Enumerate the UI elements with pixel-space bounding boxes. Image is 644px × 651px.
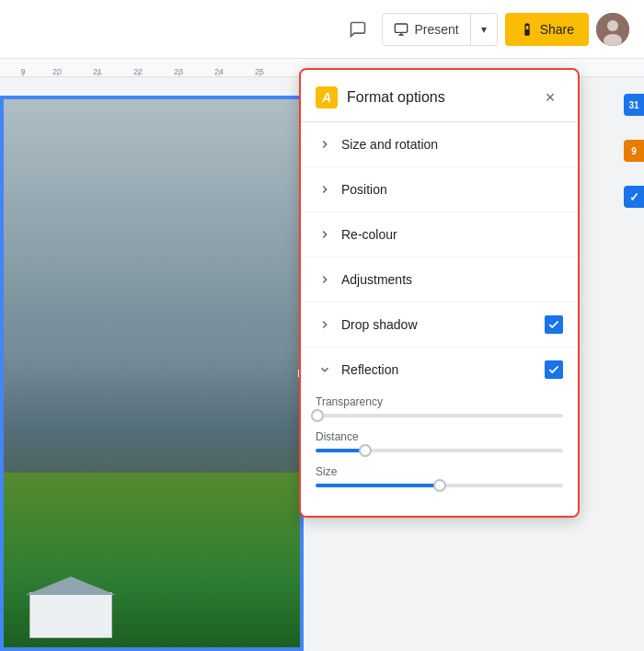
svg-rect-0 bbox=[396, 24, 408, 32]
house bbox=[29, 592, 112, 638]
badge-check-label: ✓ bbox=[629, 190, 639, 204]
share-label: Share bbox=[540, 22, 574, 37]
chevron-down-icon bbox=[316, 360, 334, 379]
adjustments-label: Adjustments bbox=[341, 272, 563, 287]
size-rotation-label: Size and rotation bbox=[341, 137, 563, 152]
avatar-image bbox=[596, 13, 629, 46]
reflection-checkbox[interactable] bbox=[545, 360, 563, 379]
slide-canvas[interactable] bbox=[0, 96, 304, 651]
panel-close-button[interactable]: × bbox=[537, 85, 563, 110]
transparency-slider-track bbox=[316, 414, 563, 417]
size-slider-track bbox=[316, 484, 563, 487]
present-button[interactable]: Present bbox=[383, 14, 469, 45]
size-slider-fill bbox=[316, 484, 440, 487]
selection-border-top bbox=[2, 97, 302, 99]
ruler-mark-22: 22 bbox=[118, 67, 158, 76]
chevron-right-icon-3 bbox=[316, 225, 334, 244]
recolour-label: Re-colour bbox=[341, 227, 563, 242]
svg-rect-3 bbox=[524, 29, 529, 35]
section-recolour[interactable]: Re-colour bbox=[301, 212, 578, 257]
ruler-mark-23: 23 bbox=[158, 67, 199, 76]
toolbar: Present ▾ Share bbox=[0, 0, 644, 59]
format-options-panel: A Format options × Size and rotation bbox=[299, 68, 580, 518]
distance-label: Distance bbox=[316, 430, 563, 443]
badge-31-label: 31 bbox=[628, 100, 638, 110]
panel-header: A Format options × bbox=[301, 70, 578, 122]
chevron-right-icon bbox=[316, 135, 334, 154]
badge-number-31[interactable]: 31 bbox=[624, 94, 644, 116]
badge-check[interactable]: ✓ bbox=[624, 186, 644, 208]
chevron-right-icon-2 bbox=[316, 180, 334, 199]
share-button[interactable]: Share bbox=[505, 13, 589, 46]
panel-title: Format options bbox=[347, 89, 528, 106]
badge-9-label: 9 bbox=[631, 146, 637, 156]
distance-control: Distance bbox=[316, 430, 563, 452]
ruler-mark-25: 25 bbox=[239, 67, 280, 76]
reflection-header[interactable]: Reflection bbox=[301, 348, 578, 392]
svg-point-6 bbox=[607, 20, 618, 31]
drop-shadow-label: Drop shadow bbox=[341, 317, 545, 332]
ruler-mark-24: 24 bbox=[199, 67, 239, 76]
present-dropdown-button[interactable]: ▾ bbox=[471, 14, 497, 45]
present-group: Present ▾ bbox=[382, 13, 497, 46]
size-label: Size bbox=[316, 465, 563, 478]
position-label: Position bbox=[341, 182, 563, 197]
ruler-mark-20: 20 bbox=[37, 67, 77, 76]
transparency-slider-thumb[interactable] bbox=[311, 409, 324, 422]
section-reflection: Reflection Transparency bbox=[301, 348, 578, 516]
close-icon: × bbox=[546, 88, 556, 108]
selection-border-left bbox=[2, 97, 4, 649]
chevron-right-icon-4 bbox=[316, 270, 334, 289]
svg-rect-4 bbox=[525, 26, 528, 29]
section-drop-shadow[interactable]: Drop shadow bbox=[301, 303, 578, 348]
chevron-right-icon-5 bbox=[316, 315, 334, 334]
panel-icon-label: A bbox=[322, 90, 331, 105]
ruler-mark-9: 9 bbox=[9, 67, 37, 76]
badge-number-9[interactable]: 9 bbox=[624, 140, 644, 162]
transparency-label: Transparency bbox=[316, 395, 563, 408]
dropdown-icon: ▾ bbox=[481, 23, 487, 36]
main-area: 9 20 21 22 23 24 25 bbox=[0, 59, 644, 651]
distance-slider-thumb[interactable] bbox=[359, 444, 372, 457]
reflection-label: Reflection bbox=[341, 362, 545, 377]
panel-icon: A bbox=[316, 86, 338, 108]
reflection-controls: Transparency Distance Size bbox=[301, 392, 578, 515]
ruler-mark-21: 21 bbox=[77, 67, 118, 76]
size-slider-thumb[interactable] bbox=[433, 479, 446, 492]
present-label: Present bbox=[414, 22, 458, 37]
transparency-control: Transparency bbox=[316, 395, 563, 417]
section-adjustments[interactable]: Adjustments bbox=[301, 257, 578, 303]
ruler-marks: 9 20 21 22 23 24 25 bbox=[0, 59, 280, 76]
size-control: Size bbox=[316, 465, 563, 487]
section-position[interactable]: Position bbox=[301, 167, 578, 212]
distance-slider-fill bbox=[316, 449, 365, 452]
section-size-rotation[interactable]: Size and rotation bbox=[301, 122, 578, 167]
drop-shadow-checkbox[interactable] bbox=[545, 315, 563, 334]
selection-border-bottom bbox=[2, 647, 302, 649]
distance-slider-track bbox=[316, 449, 563, 452]
avatar[interactable] bbox=[596, 13, 629, 46]
comment-button[interactable] bbox=[341, 13, 374, 46]
